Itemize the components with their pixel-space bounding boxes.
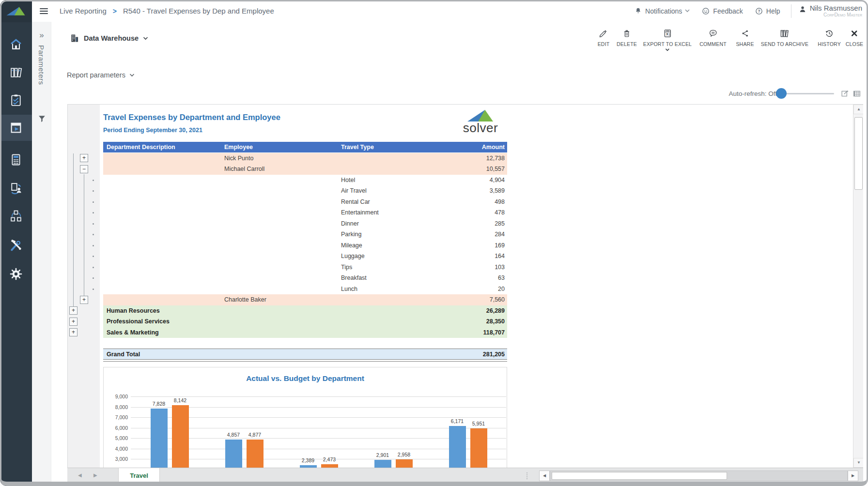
outline-row-dot bbox=[93, 245, 94, 246]
sheet-tab-travel[interactable]: Travel bbox=[118, 468, 160, 483]
horizontal-scrollbar[interactable] bbox=[550, 471, 848, 481]
archive-binders-icon bbox=[779, 29, 790, 38]
chart-bar-budget bbox=[396, 459, 413, 468]
sidebar-item-collaboration[interactable] bbox=[0, 175, 32, 201]
cell-amount: 498 bbox=[384, 197, 505, 208]
chevron-down-icon bbox=[143, 37, 148, 40]
chart-y-tick-label: 4,000 bbox=[107, 446, 128, 452]
auto-refresh-slider[interactable] bbox=[782, 93, 834, 94]
table-row: Luggage164 bbox=[103, 251, 507, 262]
cell-amount: 63 bbox=[384, 273, 505, 284]
comment-button[interactable]: COMMENT bbox=[699, 29, 727, 47]
chart-y-tick-label: 9,000 bbox=[107, 394, 128, 399]
history-button[interactable]: HISTORY bbox=[818, 29, 841, 47]
feedback-button[interactable]: Feedback bbox=[698, 7, 746, 15]
send-to-archive-button[interactable]: SEND TO ARCHIVE bbox=[761, 29, 808, 47]
report-sheet: Travel Expenses by Department and Employ… bbox=[100, 105, 508, 468]
active-tab-underline bbox=[118, 482, 161, 484]
cell-amount: 103 bbox=[384, 262, 505, 273]
grand-total-row: Grand Total 281,205 bbox=[103, 349, 507, 360]
help-button[interactable]: ? Help bbox=[751, 7, 784, 15]
edit-button[interactable]: EDIT bbox=[598, 29, 610, 47]
table-row: Tips103 bbox=[103, 262, 507, 273]
data-source-dropdown[interactable]: Data Warehouse bbox=[70, 33, 148, 43]
sidebar-item-process[interactable] bbox=[0, 203, 32, 229]
outline-collapse-button[interactable]: − bbox=[80, 165, 88, 173]
cell-amount: 20 bbox=[384, 284, 505, 295]
table-row: Professional Services28,350 bbox=[103, 316, 507, 327]
sheet-nav-prev-icon[interactable]: ◀ bbox=[78, 472, 82, 478]
chart-data-label: 5,951 bbox=[464, 421, 494, 426]
report-parameters-toggle[interactable]: Report parameters bbox=[67, 71, 135, 79]
column-header: Department Description bbox=[107, 142, 175, 152]
hscroll-right-button[interactable]: ▶ bbox=[848, 471, 858, 481]
user-menu[interactable]: Nils Rasmussen CorpDemo Master bbox=[798, 4, 862, 18]
cell-travel-type: Rental Car bbox=[341, 197, 370, 208]
sidebar-item-tasks[interactable] bbox=[0, 87, 32, 113]
sidebar-item-library[interactable] bbox=[0, 60, 32, 86]
share-icon bbox=[741, 29, 749, 38]
column-header: Travel Type bbox=[341, 142, 374, 152]
outline-row-dot bbox=[93, 223, 94, 225]
column-header: Employee bbox=[224, 142, 253, 152]
outline-row-dot bbox=[93, 267, 94, 268]
svg-text:X: X bbox=[666, 32, 668, 36]
table-row: Breakfast63 bbox=[103, 273, 507, 284]
hamburger-menu-icon[interactable] bbox=[40, 7, 48, 15]
chart-y-tick-label: 8,000 bbox=[107, 404, 128, 410]
cell-amount: 3,589 bbox=[384, 185, 505, 197]
report-title: Travel Expenses by Department and Employ… bbox=[103, 113, 280, 122]
excel-file-icon: X bbox=[663, 29, 672, 38]
sidebar-item-budgeting[interactable] bbox=[0, 147, 32, 173]
filter-funnel-icon[interactable] bbox=[38, 115, 46, 123]
outline-expand-button[interactable]: + bbox=[69, 318, 78, 326]
breadcrumb-section[interactable]: Live Reporting bbox=[60, 7, 107, 15]
user-name: Nils Rasmussen bbox=[810, 4, 862, 12]
delete-button[interactable]: DELETE bbox=[617, 29, 637, 47]
sidebar-item-live-reporting[interactable] bbox=[0, 115, 32, 141]
outline-expand-button[interactable]: + bbox=[69, 328, 78, 336]
table-row: Rental Car498 bbox=[103, 197, 507, 208]
cell-travel-type: Parking bbox=[341, 229, 361, 240]
close-button[interactable]: CLOSE bbox=[846, 29, 864, 47]
sidebar-item-settings[interactable] bbox=[0, 261, 32, 287]
table-row: Nick Punto12,738 bbox=[103, 153, 507, 164]
sidebar-item-home[interactable] bbox=[0, 31, 32, 57]
chart-title: Actual vs. Budget by Department bbox=[104, 374, 507, 383]
grid-view-icon[interactable] bbox=[852, 90, 861, 98]
scroll-up-button[interactable]: ▲ bbox=[853, 105, 863, 114]
process-nodes-icon bbox=[9, 209, 23, 223]
cell-travel-type: Lunch bbox=[341, 284, 357, 295]
vertical-scroll-thumb[interactable] bbox=[854, 117, 863, 190]
outline-expand-button[interactable]: + bbox=[80, 154, 88, 162]
outline-expand-button[interactable]: + bbox=[69, 306, 78, 315]
popout-edit-icon[interactable] bbox=[841, 90, 849, 98]
outline-gutter: +−++++ bbox=[68, 105, 100, 468]
chart-bar-actual bbox=[449, 426, 466, 468]
expand-parameters-chevrons[interactable]: » bbox=[32, 30, 51, 40]
chart-data-label: 2,473 bbox=[314, 456, 344, 462]
outline-expand-button[interactable]: + bbox=[80, 296, 88, 304]
tab-scroll-splitter[interactable] bbox=[527, 471, 527, 480]
outline-row-dot bbox=[93, 277, 94, 279]
horizontal-scroll-thumb[interactable] bbox=[552, 472, 727, 480]
sidebar-item-administration[interactable] bbox=[0, 232, 32, 258]
cell-travel-type: Mileage bbox=[341, 240, 362, 251]
cell-department: Human Resources bbox=[107, 305, 160, 317]
outline-level1-line bbox=[73, 153, 74, 307]
cell-travel-type: Luggage bbox=[341, 251, 365, 262]
sheet-tab-bar: ◀ ▶ Travel ◀ ▶ bbox=[67, 468, 863, 484]
export-to-excel-button[interactable]: X EXPORT TO EXCEL bbox=[643, 29, 692, 51]
scroll-down-button[interactable]: ▼ bbox=[853, 458, 863, 468]
topbar-divider bbox=[791, 4, 791, 18]
hscroll-left-button[interactable]: ◀ bbox=[539, 471, 550, 481]
cell-travel-type: Air Travel bbox=[341, 185, 367, 197]
share-button[interactable]: SHARE bbox=[736, 29, 754, 47]
user-avatar-icon bbox=[798, 4, 807, 14]
grand-total-amount: 281,205 bbox=[384, 349, 505, 359]
sheet-nav-next-icon[interactable]: ▶ bbox=[93, 472, 97, 478]
auto-refresh-knob[interactable] bbox=[776, 88, 787, 99]
smiley-icon bbox=[701, 7, 710, 15]
notifications-button[interactable]: Notifications bbox=[630, 7, 694, 15]
cell-travel-type: Tips bbox=[341, 262, 352, 273]
